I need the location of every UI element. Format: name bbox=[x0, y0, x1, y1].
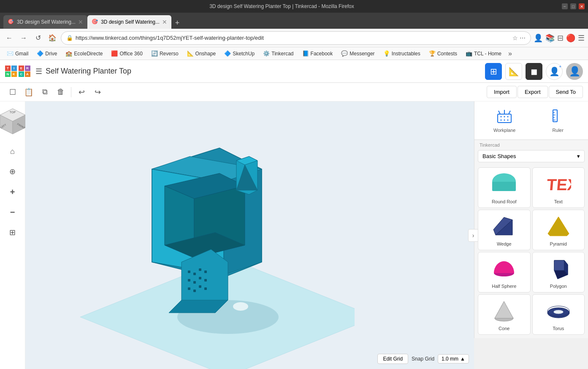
bookmark-facebook[interactable]: 📘 Facebook bbox=[299, 49, 336, 57]
main-area: TOP LEFT FRONT ⌂ ⊕ + − ⊞ bbox=[0, 101, 588, 369]
bookmark-office360[interactable]: 🟥 Office 360 bbox=[108, 49, 146, 57]
half-sphere-label: Half Sphere bbox=[492, 284, 516, 289]
zoom-out-button[interactable]: − bbox=[4, 204, 21, 221]
add-user-button[interactable]: 👤 + bbox=[546, 63, 563, 80]
bookmark-reverso-label: Reverso bbox=[160, 51, 179, 57]
bookmark-gmail-label: Gmail bbox=[15, 51, 28, 57]
address-bar: ← → ↺ 🏠 🔒 ☆ ⋯ 👤 📚 ⊟ 🔴 ☰ bbox=[0, 29, 588, 47]
round-roof-icon bbox=[491, 171, 517, 197]
3d-view-button[interactable]: 📐 bbox=[505, 63, 522, 80]
delete-icon: 🗑 bbox=[57, 87, 65, 96]
minimize-button[interactable]: − bbox=[562, 3, 568, 9]
tab-title-1: 3D design Self Watering... bbox=[17, 19, 76, 25]
bookmark-tclhome[interactable]: 📺 TCL - Home bbox=[462, 49, 505, 57]
fit-view-button[interactable]: ⊕ bbox=[4, 163, 21, 180]
svg-rect-32 bbox=[199, 285, 201, 288]
bookmark-messenger[interactable]: 💬 Messenger bbox=[338, 49, 378, 57]
text-label: Text bbox=[554, 199, 563, 204]
workplane-button[interactable]: Workplane bbox=[478, 105, 531, 136]
copy-icon: ⧉ bbox=[42, 87, 48, 96]
back-button[interactable]: ← bbox=[3, 32, 15, 44]
tab-favicon-2: 🎯 bbox=[92, 19, 98, 25]
snap-grid-value[interactable]: 1.0 mm ▲ bbox=[438, 354, 469, 364]
window-controls: − □ ✕ bbox=[562, 3, 585, 9]
bookmark-reverso[interactable]: 🔄 Reverso bbox=[148, 49, 182, 57]
bookmark-onshape[interactable]: 📐 Onshape bbox=[184, 49, 219, 57]
fit-view-icon: ⊕ bbox=[9, 167, 16, 176]
bookmark-drive[interactable]: 🔷 Drive bbox=[33, 49, 60, 57]
grid-view-icon: ⊞ bbox=[490, 66, 497, 77]
select-all-button[interactable]: ☐ bbox=[5, 85, 20, 100]
copy-button[interactable]: ⧉ bbox=[37, 85, 52, 100]
svg-marker-56 bbox=[548, 217, 569, 236]
shape-polygon[interactable]: Polygon bbox=[532, 252, 585, 292]
reload-button[interactable]: ↺ bbox=[32, 32, 44, 44]
bookmark-contests[interactable]: 🏆 Contests bbox=[425, 49, 461, 57]
shape-torus[interactable]: Torus bbox=[532, 294, 585, 335]
maximize-button[interactable]: □ bbox=[570, 3, 576, 9]
bookmark-gmail[interactable]: ✉️ Gmail bbox=[3, 49, 32, 57]
home-view-button[interactable]: ⌂ bbox=[4, 143, 21, 160]
app-layout: T I N K E R C A ☰ Self Watering Planter … bbox=[0, 60, 588, 369]
shape-round-roof[interactable]: Round Roof bbox=[478, 167, 531, 208]
menu-button[interactable]: ☰ bbox=[578, 33, 585, 43]
close-button[interactable]: ✕ bbox=[579, 3, 585, 9]
undo-button[interactable]: ↩ bbox=[74, 85, 89, 100]
viewport[interactable]: Edit Grid Snap Grid 1.0 mm ▲ bbox=[25, 101, 474, 369]
bookmark-ecoledirecte[interactable]: 🏫 EcoleDirecte bbox=[62, 49, 106, 57]
logo-cell-r: R bbox=[25, 66, 30, 71]
bookmark-tinkercad-label: Tinkercad bbox=[271, 51, 293, 57]
redo-button[interactable]: ↪ bbox=[90, 85, 105, 100]
bookmarks-button[interactable]: 📚 bbox=[545, 33, 555, 43]
left-sidebar: TOP LEFT FRONT ⌂ ⊕ + − ⊞ bbox=[0, 101, 25, 369]
layers-button[interactable]: ⊞ bbox=[4, 224, 21, 241]
shape-pyramid[interactable]: Pyramid bbox=[532, 210, 585, 250]
user-account-button[interactable]: 🔴 bbox=[566, 33, 575, 43]
home-button[interactable]: 🏠 bbox=[46, 32, 58, 44]
firefox-account-button[interactable]: 👤 bbox=[534, 33, 543, 43]
svg-rect-35 bbox=[498, 114, 511, 123]
bookmark-sketchup[interactable]: 🔷 SketchUp bbox=[221, 49, 258, 57]
tab-bar: 🎯 3D design Self Watering... ✕ 🎯 3D desi… bbox=[0, 13, 588, 29]
address-input[interactable] bbox=[76, 35, 510, 41]
export-button[interactable]: Export bbox=[518, 86, 548, 98]
toolbar-separator-1 bbox=[71, 87, 71, 97]
send-to-button[interactable]: Send To bbox=[549, 86, 583, 98]
grid-view-button[interactable]: ⊞ bbox=[485, 63, 502, 80]
import-button[interactable]: Import bbox=[487, 86, 517, 98]
bookmark-star-button[interactable]: ☆ bbox=[512, 35, 518, 41]
lock-icon: 🔒 bbox=[66, 35, 73, 41]
text-shape-icon: TEXT bbox=[546, 171, 571, 197]
collapse-panel-button[interactable]: › bbox=[468, 229, 478, 242]
code-view-button[interactable]: ◼ bbox=[526, 63, 542, 80]
svg-text:TEXT: TEXT bbox=[546, 176, 571, 194]
avatar[interactable]: 👤 bbox=[566, 63, 583, 80]
bookmarks-overflow-button[interactable]: » bbox=[507, 49, 514, 58]
new-tab-button[interactable]: + bbox=[171, 17, 183, 29]
ruler-button[interactable]: Ruler bbox=[531, 105, 585, 136]
forward-button[interactable]: → bbox=[18, 32, 30, 44]
shapes-dropdown[interactable]: Basic Shapes ▾ bbox=[478, 150, 585, 162]
bookmarks-bar: ✉️ Gmail 🔷 Drive 🏫 EcoleDirecte 🟥 Office… bbox=[0, 47, 588, 60]
bookmark-instructables[interactable]: 💡 Instructables bbox=[380, 49, 424, 57]
tab-2[interactable]: 🎯 3D design Self Watering... ✕ bbox=[87, 15, 171, 29]
svg-rect-24 bbox=[199, 268, 201, 271]
split-screen-button[interactable]: ⊟ bbox=[557, 33, 564, 43]
tab-1[interactable]: 🎯 3D design Self Watering... ✕ bbox=[3, 15, 87, 29]
tab-close-1[interactable]: ✕ bbox=[78, 19, 83, 25]
hamburger-menu-button[interactable]: ☰ bbox=[35, 67, 42, 76]
undo-icon: ↩ bbox=[79, 87, 85, 97]
paste-button[interactable]: 📋 bbox=[21, 85, 36, 100]
edit-grid-button[interactable]: Edit Grid bbox=[377, 354, 408, 364]
shape-cone[interactable]: Cone bbox=[478, 294, 531, 335]
view-cube[interactable]: TOP LEFT FRONT bbox=[0, 107, 27, 136]
shape-text[interactable]: TEXT Text bbox=[532, 167, 585, 208]
chevron-right-icon: › bbox=[472, 232, 474, 239]
tab-close-2[interactable]: ✕ bbox=[162, 19, 167, 25]
delete-button[interactable]: 🗑 bbox=[53, 85, 68, 100]
bookmark-tinkercad[interactable]: ⚙️ Tinkercad bbox=[260, 49, 297, 57]
shape-wedge[interactable]: Wedge bbox=[478, 210, 531, 250]
more-options-button[interactable]: ⋯ bbox=[520, 35, 526, 41]
zoom-in-button[interactable]: + bbox=[4, 183, 21, 200]
shape-half-sphere[interactable]: Half Sphere bbox=[478, 252, 531, 292]
